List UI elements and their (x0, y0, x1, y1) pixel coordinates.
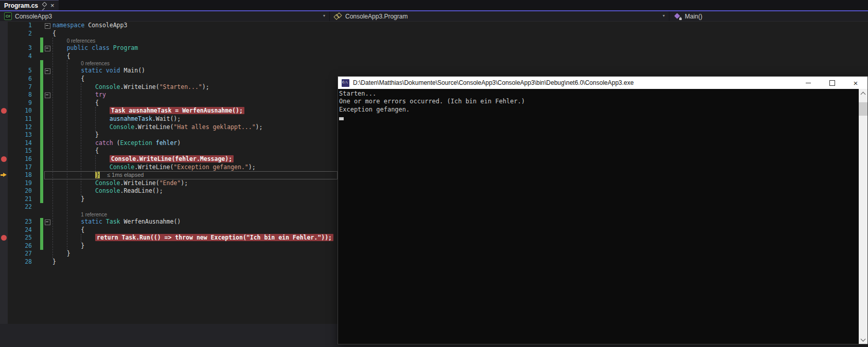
maximize-button[interactable] (820, 77, 844, 89)
breakpoint-margin[interactable] (0, 44, 8, 52)
code-line-20[interactable]: 20Console.ReadLine(); (0, 187, 338, 195)
breakpoint-margin[interactable] (0, 226, 8, 234)
outlining-margin[interactable] (43, 91, 52, 99)
code-line-10[interactable]: 10Task ausnahmeTask = WerfenAusnahme(); (0, 107, 338, 115)
code-line-19[interactable]: 19Console.WriteLine("Ende"); (0, 179, 338, 188)
close-icon: × (854, 79, 858, 87)
outlining-margin[interactable] (43, 44, 52, 52)
breakpoint-margin[interactable] (0, 195, 8, 204)
chevron-down-icon[interactable]: ▾ (323, 13, 325, 18)
breakpoint-margin[interactable] (0, 171, 8, 179)
code-line-6[interactable]: 6{ (0, 75, 338, 83)
code-line-14[interactable]: 14catch (Exception fehler) (0, 139, 338, 148)
breakpoint-margin[interactable] (0, 242, 8, 250)
breakpoint-margin[interactable] (0, 250, 8, 258)
console-scrollbar[interactable] (859, 89, 867, 344)
breakpoint-margin[interactable] (0, 83, 8, 92)
line-number: 5 (8, 67, 34, 75)
breakpoint-margin[interactable] (0, 147, 8, 155)
code-line-16[interactable]: 16Console.WriteLine(fehler.Message); (0, 155, 338, 163)
console-output[interactable]: Starten...One or more errors occurred. (… (339, 89, 859, 344)
breakpoint-margin[interactable] (0, 123, 8, 132)
codelens-row[interactable]: 1 reference (0, 211, 338, 218)
scroll-down-button[interactable] (859, 335, 867, 344)
code-line-3[interactable]: 3public class Program (0, 44, 338, 52)
collapse-icon[interactable] (45, 46, 50, 51)
breakpoint-margin[interactable] (0, 131, 8, 139)
breakpoint-margin[interactable] (0, 52, 8, 61)
breakpoint-margin[interactable] (0, 67, 8, 75)
codelens-row[interactable]: 0 references (0, 60, 338, 67)
breakpoint-icon[interactable] (1, 108, 7, 114)
outlining-margin (43, 75, 52, 83)
code-line-23[interactable]: 23static Task WerfenAusnahme() (0, 218, 338, 226)
close-icon[interactable]: × (50, 2, 55, 9)
breakpoint-margin[interactable] (0, 115, 8, 123)
breakpoint-margin[interactable] (0, 258, 8, 266)
console-window[interactable]: C:\ D:\Daten\Matthias\Dokumente\Source\C… (338, 76, 868, 344)
outlining-margin (43, 211, 52, 218)
collapse-icon[interactable] (45, 68, 50, 74)
minimize-button[interactable] (796, 77, 820, 89)
collapse-icon[interactable] (45, 220, 50, 225)
outlining-margin[interactable] (43, 67, 52, 75)
close-button[interactable]: × (844, 77, 867, 89)
breakpoint-margin[interactable] (0, 203, 8, 211)
collapse-icon[interactable] (45, 93, 50, 98)
breakpoint-margin[interactable] (0, 187, 8, 195)
breakpoint-margin[interactable] (0, 163, 8, 172)
collapse-icon[interactable] (45, 23, 50, 29)
code-line-21[interactable]: 21} (0, 195, 338, 204)
code-line-12[interactable]: 12Console.WriteLine("Hat alles geklappt.… (0, 123, 338, 132)
code-editor[interactable]: 1namespace ConsoleApp32{0 references3pub… (0, 22, 338, 324)
breakpoint-margin[interactable] (0, 107, 8, 115)
breakpoint-margin[interactable] (0, 75, 8, 83)
code-line-15[interactable]: 15{ (0, 147, 338, 155)
codelens-row[interactable]: 0 references (0, 38, 338, 44)
code-line-17[interactable]: 17Console.WriteLine("Exception gefangen.… (0, 163, 338, 172)
breakpoint-margin[interactable] (0, 30, 8, 38)
code-line-11[interactable]: 11ausnahmeTask.Wait(); (0, 115, 338, 123)
breakpoint-icon[interactable] (1, 235, 7, 241)
code-line-22[interactable]: 22 (0, 203, 338, 211)
type-dropdown[interactable]: ConsoleApp3.Program ▾ (329, 11, 669, 21)
code-line-24[interactable]: 24{ (0, 226, 338, 234)
breakpoint-margin[interactable] (0, 139, 8, 148)
chevron-down-icon[interactable]: ▾ (663, 13, 665, 18)
breakpoint-margin[interactable] (0, 38, 8, 44)
outlining-margin[interactable] (43, 218, 52, 226)
code-text: public class Program (52, 44, 338, 52)
breakpoint-margin[interactable] (0, 22, 8, 30)
code-line-27[interactable]: 27} (0, 250, 338, 258)
code-text: { (52, 226, 338, 234)
breakpoint-margin[interactable] (0, 218, 8, 226)
breakpoint-icon[interactable] (1, 156, 7, 162)
breakpoint-margin[interactable] (0, 99, 8, 107)
breakpoint-margin[interactable] (0, 211, 8, 218)
code-line-5[interactable]: 5static void Main() (0, 67, 338, 75)
code-line-28[interactable]: 28} (0, 258, 338, 266)
breakpoint-margin[interactable] (0, 234, 8, 242)
tab-program-cs[interactable]: Program.cs × (0, 0, 59, 10)
code-line-26[interactable]: 26} (0, 242, 338, 250)
code-line-1[interactable]: 1namespace ConsoleApp3 (0, 22, 338, 30)
code-line-7[interactable]: 7Console.WriteLine("Starten..."); (0, 83, 338, 92)
scroll-up-button[interactable] (859, 89, 867, 98)
project-dropdown[interactable]: C# ConsoleApp3 ▾ (0, 11, 329, 21)
outlining-margin[interactable] (43, 22, 52, 30)
pin-icon[interactable] (42, 3, 47, 8)
code-line-25[interactable]: 25return Task.Run(() => throw new Except… (0, 234, 338, 242)
code-line-8[interactable]: 8try (0, 91, 338, 99)
code-line-18[interactable]: 18}≤ 1ms elapsed (0, 171, 338, 179)
breakpoint-margin[interactable] (0, 179, 8, 188)
breakpoint-margin[interactable] (0, 60, 8, 67)
code-line-4[interactable]: 4{ (0, 52, 338, 61)
breakpoint-margin[interactable] (0, 155, 8, 163)
scrollbar-thumb[interactable] (859, 102, 867, 116)
console-title-bar[interactable]: C:\ D:\Daten\Matthias\Dokumente\Source\C… (338, 77, 867, 89)
code-line-2[interactable]: 2{ (0, 30, 338, 38)
member-dropdown[interactable]: Main() (669, 11, 868, 21)
code-line-13[interactable]: 13} (0, 131, 338, 139)
breakpoint-margin[interactable] (0, 91, 8, 99)
code-line-9[interactable]: 9{ (0, 99, 338, 107)
